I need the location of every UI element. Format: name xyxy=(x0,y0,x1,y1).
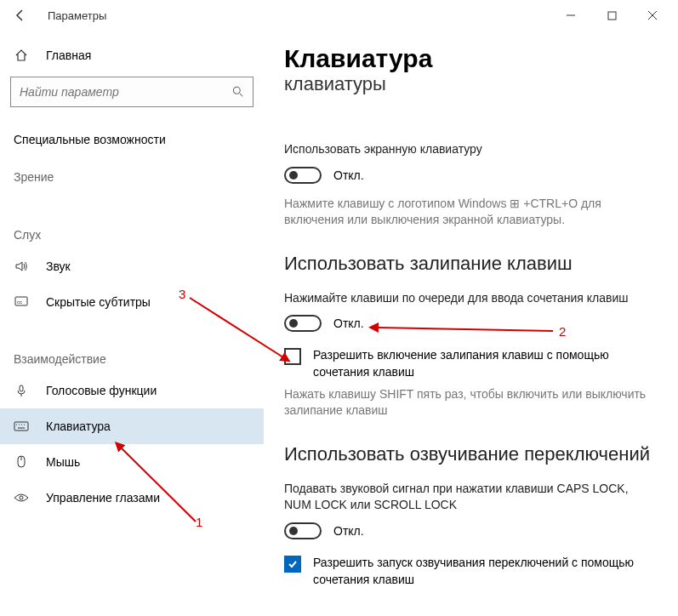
subgroup-vision: Зрение xyxy=(10,163,254,191)
sticky-hint: Нажать клавишу SHIFT пять раз, чтобы вкл… xyxy=(284,386,658,419)
svg-point-2 xyxy=(233,87,240,94)
sidebar: Главная Специальные возможности Зрение С… xyxy=(0,31,264,616)
sidebar-home[interactable]: Главная xyxy=(10,41,254,77)
togglekeys-checkbox[interactable] xyxy=(284,556,301,573)
sidebar-item-sound[interactable]: Звук xyxy=(10,248,254,284)
sticky-description: Нажимайте клавиши по очереди для ввода с… xyxy=(284,290,658,307)
window-controls xyxy=(559,3,671,27)
togglekeys-checkbox-label: Разрешить запуск озвучивания переключени… xyxy=(313,555,658,588)
sidebar-item-speech[interactable]: Голосовые функции xyxy=(10,373,254,408)
section-heading-togglekeys: Использовать озвучивание переключений xyxy=(284,443,658,465)
osk-description: Использовать экранную клавиатуру xyxy=(284,141,658,158)
sidebar-item-mouse[interactable]: Мышь xyxy=(10,444,254,480)
home-label: Главная xyxy=(46,48,91,62)
svg-rect-1 xyxy=(608,12,616,20)
minimize-button[interactable] xyxy=(559,3,583,27)
group-accessibility: Специальные возможности xyxy=(10,126,254,153)
sticky-checkbox-label: Разрешить включение залипания клавиш с п… xyxy=(313,347,658,380)
cc-icon: cc xyxy=(14,294,29,310)
search-icon xyxy=(231,84,246,100)
eye-icon xyxy=(14,490,29,505)
section-heading-osk: Использовать устройство без обычной клав… xyxy=(284,71,658,126)
search-box[interactable] xyxy=(10,77,254,107)
sidebar-item-label: Звук xyxy=(46,260,71,273)
subgroup-interaction: Взаимодействие xyxy=(10,345,254,373)
svg-text:cc: cc xyxy=(17,299,22,305)
sidebar-item-eye-control[interactable]: Управление глазами xyxy=(10,480,254,516)
maximize-button[interactable] xyxy=(600,3,624,27)
close-button[interactable] xyxy=(641,3,664,27)
osk-toggle[interactable] xyxy=(284,167,322,184)
sticky-toggle-state: Откл. xyxy=(333,317,364,330)
titlebar: Параметры xyxy=(0,0,678,31)
section-heading-sticky: Использовать залипание клавиш xyxy=(284,253,658,275)
sticky-toggle[interactable] xyxy=(284,315,322,332)
togglekeys-toggle-state: Откл. xyxy=(333,524,364,538)
sidebar-item-keyboard[interactable]: Клавиатура xyxy=(0,408,264,444)
sidebar-item-label: Управление глазами xyxy=(46,491,160,505)
sidebar-item-label: Мышь xyxy=(46,455,80,469)
back-button[interactable] xyxy=(7,2,34,29)
svg-rect-7 xyxy=(14,422,28,431)
content-area: Клавиатура Использовать устройство без о… xyxy=(264,31,678,616)
sidebar-item-label: Клавиатура xyxy=(46,419,111,433)
home-icon xyxy=(14,48,29,63)
mic-icon xyxy=(14,383,29,398)
togglekeys-description: Подавать звуковой сигнал при нажатии кла… xyxy=(284,481,658,514)
subgroup-hearing: Слух xyxy=(10,221,254,248)
keyboard-icon xyxy=(14,419,29,434)
mouse-icon xyxy=(14,454,29,470)
page-title: Клавиатура xyxy=(284,44,658,73)
sidebar-item-captions[interactable]: cc Скрытые субтитры xyxy=(10,284,254,320)
osk-toggle-state: Откл. xyxy=(333,168,364,182)
search-input[interactable] xyxy=(20,85,222,99)
speaker-icon xyxy=(14,259,29,274)
window-title: Параметры xyxy=(48,9,106,22)
svg-point-15 xyxy=(20,496,23,499)
sticky-checkbox[interactable] xyxy=(284,348,301,365)
togglekeys-toggle[interactable] xyxy=(284,522,322,539)
osk-hint: Нажмите клавишу с логотипом Windows ⊞ +C… xyxy=(284,196,658,229)
svg-rect-6 xyxy=(20,385,23,391)
sidebar-item-label: Скрытые субтитры xyxy=(46,295,151,309)
sidebar-item-label: Голосовые функции xyxy=(46,384,157,397)
svg-line-3 xyxy=(240,94,243,97)
